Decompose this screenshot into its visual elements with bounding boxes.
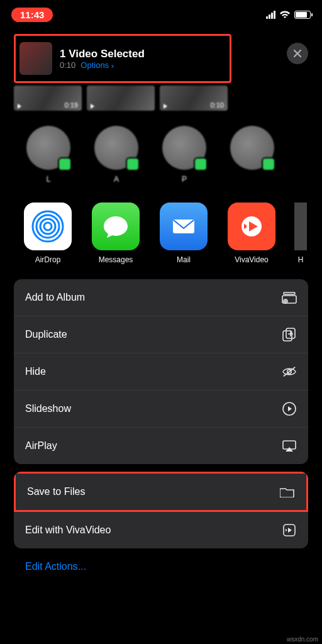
action-airplay[interactable]: AirPlay xyxy=(14,428,308,464)
folder-icon xyxy=(280,484,295,499)
app-messages[interactable]: Messages xyxy=(91,203,141,264)
action-hide[interactable]: Hide xyxy=(14,353,308,391)
contact[interactable]: A xyxy=(92,126,141,192)
action-label: Add to Album xyxy=(25,292,85,303)
app-label: H xyxy=(298,255,304,264)
contact-name: L xyxy=(47,175,51,192)
watermark: wsxdn.com xyxy=(287,636,318,643)
avatar xyxy=(162,126,206,170)
svg-rect-8 xyxy=(284,292,295,294)
svg-marker-16 xyxy=(288,406,292,411)
hide-icon xyxy=(282,364,297,379)
contact-name: A xyxy=(114,175,119,192)
svg-point-1 xyxy=(40,219,55,234)
video-thumbnail xyxy=(19,42,52,75)
imessage-badge-icon xyxy=(262,157,275,171)
app-label: Mail xyxy=(177,255,191,264)
action-label: Save to Files xyxy=(27,486,85,497)
video-strip-item[interactable]: 0:10 xyxy=(160,86,228,111)
battery-icon xyxy=(294,11,311,19)
app-airdrop[interactable]: AirDrop xyxy=(23,203,73,264)
action-save-to-files[interactable]: Save to Files xyxy=(16,474,306,510)
action-label: Edit with VivaVideo xyxy=(25,525,111,536)
airplay-icon xyxy=(282,438,297,453)
imessage-badge-icon xyxy=(58,157,72,171)
imessage-badge-icon xyxy=(126,157,140,171)
messages-icon xyxy=(92,203,140,250)
airdrop-icon xyxy=(24,203,72,250)
app-label: AirDrop xyxy=(35,255,61,264)
avatar xyxy=(230,126,274,170)
selection-title: 1 Video Selected xyxy=(60,48,145,60)
options-link[interactable]: Options › xyxy=(80,60,114,70)
album-add-icon xyxy=(282,290,297,305)
video-strip[interactable]: 0:19 0:10 xyxy=(14,86,308,111)
contact[interactable]: P xyxy=(160,126,209,192)
mail-icon xyxy=(160,203,208,250)
share-header: 1 Video Selected 0:10 Options › xyxy=(14,34,308,83)
action-duplicate[interactable]: Duplicate xyxy=(14,316,308,353)
contact-name: P xyxy=(182,175,187,192)
svg-point-0 xyxy=(44,223,52,230)
avatar xyxy=(26,126,70,170)
action-label: Duplicate xyxy=(25,329,67,340)
selected-media-card[interactable]: 1 Video Selected 0:10 Options › xyxy=(14,34,231,83)
action-slideshow[interactable]: Slideshow xyxy=(14,391,308,428)
svg-marker-20 xyxy=(288,528,292,533)
contact[interactable]: L xyxy=(24,126,73,192)
play-circle-icon xyxy=(282,401,297,416)
actions-list-2: Save to Files Edit with VivaVideo xyxy=(14,472,308,548)
status-icons xyxy=(266,11,311,19)
app-label: Messages xyxy=(99,255,133,264)
app-label: VivaVideo xyxy=(235,255,269,264)
contact[interactable] xyxy=(228,126,277,192)
app-vivavideo[interactable]: VivaVideo xyxy=(226,203,277,264)
actions-list: Add to Album Duplicate Hide Slideshow Ai… xyxy=(14,279,308,464)
action-add-to-album[interactable]: Add to Album xyxy=(14,279,308,316)
chevron-right-icon: › xyxy=(111,61,114,70)
video-strip-item[interactable]: 0:19 xyxy=(14,86,82,111)
duplicate-icon xyxy=(282,327,297,342)
vivavideo-icon xyxy=(228,203,275,250)
cellular-signal-icon xyxy=(266,11,275,19)
action-label: Hide xyxy=(25,366,46,377)
app-icon xyxy=(294,203,307,250)
imessage-badge-icon xyxy=(194,157,208,171)
video-duration: 0:10 xyxy=(60,60,75,70)
airdrop-contacts-row[interactable]: L A P xyxy=(24,126,322,192)
action-edit-vivavideo[interactable]: Edit with VivaVideo xyxy=(14,512,308,548)
video-strip-item[interactable] xyxy=(87,86,155,111)
avatar xyxy=(94,126,138,170)
action-label: Slideshow xyxy=(25,403,71,414)
edit-actions-link[interactable]: Edit Actions... xyxy=(25,561,297,572)
close-button[interactable] xyxy=(287,43,308,64)
app-mail[interactable]: Mail xyxy=(158,203,209,264)
svg-marker-21 xyxy=(286,529,287,531)
viva-edit-icon xyxy=(282,523,297,538)
status-bar: 11:43 xyxy=(0,0,322,25)
recording-time-pill[interactable]: 11:43 xyxy=(11,8,53,22)
close-icon xyxy=(293,49,302,58)
share-apps-row[interactable]: AirDrop Messages Mail VivaVideo H xyxy=(23,203,322,264)
wifi-icon xyxy=(279,11,291,19)
app-more[interactable]: H xyxy=(294,203,307,264)
action-label: AirPlay xyxy=(25,440,57,452)
